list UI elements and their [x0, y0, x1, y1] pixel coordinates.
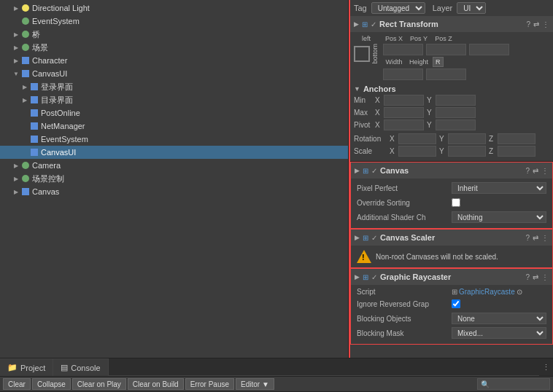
raycaster-settings-icon[interactable]: ⇄: [533, 273, 538, 281]
rot-y-input[interactable]: 0: [448, 133, 486, 144]
raycaster-checkbox[interactable]: ✓: [371, 273, 377, 281]
canvas-title: Canvas: [380, 166, 522, 175]
anchor-min-y-input[interactable]: 0: [436, 95, 476, 106]
anchor-max-y-input[interactable]: 0: [436, 107, 476, 118]
canvas-collapse-arrow[interactable]: ▶: [355, 167, 360, 174]
tree-arrow-eventsystem2[interactable]: [20, 135, 29, 144]
tree-item-login[interactable]: ▶登录界面: [0, 80, 348, 93]
tree-arrow-login[interactable]: ▶: [20, 82, 29, 91]
canvas-checkbox[interactable]: ✓: [371, 167, 377, 175]
blocking-mask-dropdown[interactable]: Mixed...: [452, 327, 546, 339]
tree-item-scene[interactable]: ▶场景: [0, 41, 348, 54]
tag-dropdown[interactable]: Untagged: [371, 2, 425, 14]
canvas-settings-icon[interactable]: ⇄: [533, 167, 538, 175]
rect-transform-collapse-arrow[interactable]: ▶: [354, 20, 359, 28]
help-icon[interactable]: ?: [526, 20, 530, 28]
rot-z-input[interactable]: 0: [498, 133, 535, 144]
tree-item-menu[interactable]: ▶目录界面: [0, 93, 348, 106]
scaler-collapse-arrow[interactable]: ▶: [355, 234, 360, 241]
tree-arrow-canvasui-root[interactable]: ▼: [12, 69, 20, 78]
canvas-help-icon[interactable]: ?: [525, 167, 530, 175]
tree-arrow-event-system[interactable]: [12, 17, 20, 26]
clear-on-build-button[interactable]: Clear on Build: [128, 378, 184, 390]
rect-transform-checkbox[interactable]: ✓: [371, 20, 376, 28]
anchor-pivot-x-input[interactable]: 0: [384, 119, 424, 130]
tree-item-character[interactable]: ▶Character: [0, 54, 348, 67]
pos-x-input[interactable]: 0: [383, 44, 423, 55]
tree-arrow-menu[interactable]: ▶: [20, 95, 29, 104]
tree-item-postonline[interactable]: PostOnline: [0, 106, 348, 119]
clear-on-play-button[interactable]: Clear on Play: [72, 378, 126, 390]
tree-item-canvasui-child[interactable]: CanvasUI: [0, 146, 348, 159]
scaler-checkbox[interactable]: ✓: [371, 234, 377, 242]
tree-arrow-bridge[interactable]: ▶: [12, 30, 20, 39]
collapse-button[interactable]: Collapse: [32, 378, 71, 390]
tree-icon-bridge: [20, 29, 31, 39]
rect-transform-icons: ? ⇄ ⋮: [526, 20, 549, 28]
tree-arrow-scene[interactable]: ▶: [12, 43, 20, 52]
tree-arrow-canvas[interactable]: ▶: [12, 187, 20, 196]
layer-dropdown[interactable]: UI: [457, 2, 486, 14]
tree-item-eventsystem2[interactable]: EventSystem: [0, 133, 348, 146]
pixel-perfect-dropdown[interactable]: Inherit: [452, 182, 546, 194]
raycaster-menu-icon[interactable]: ⋮: [541, 273, 549, 281]
settings-icon[interactable]: ⇄: [533, 20, 539, 28]
anchor-max-x-input[interactable]: 0: [384, 107, 424, 118]
tree-item-bridge[interactable]: ▶桥: [0, 28, 348, 41]
scaler-settings-icon[interactable]: ⇄: [533, 234, 538, 242]
tree-arrow-directional-light[interactable]: ▶: [12, 4, 20, 12]
error-pause-button[interactable]: Error Pause: [185, 378, 234, 390]
scale-z-input[interactable]: 0: [498, 146, 535, 157]
project-tab[interactable]: 📁 Project: [0, 358, 53, 376]
raycaster-collapse-arrow[interactable]: ▶: [355, 273, 360, 281]
options-icon[interactable]: ⋮: [539, 358, 553, 376]
tree-item-canvas[interactable]: ▶Canvas: [0, 185, 348, 198]
pos-z-input[interactable]: 0: [469, 44, 509, 55]
script-link-icon[interactable]: ⊙: [517, 288, 522, 296]
scale-x-input[interactable]: 0: [398, 146, 436, 157]
console-tab[interactable]: ▤ Console: [53, 358, 108, 376]
tree-item-camera[interactable]: ▶Camera: [0, 159, 348, 172]
rot-x-input[interactable]: 0: [398, 133, 436, 144]
scale-y-input[interactable]: 0: [448, 146, 486, 157]
canvas-menu-icon[interactable]: ⋮: [541, 167, 549, 175]
r-button[interactable]: R: [433, 57, 444, 67]
panel-options-icon: ⋮: [542, 363, 550, 372]
raycaster-help-icon[interactable]: ?: [525, 273, 530, 281]
tree-item-directional-light[interactable]: ▶Directional Light: [0, 1, 348, 15]
blocking-mask-label: Blocking Mask: [357, 329, 452, 337]
clear-button[interactable]: Clear: [3, 378, 31, 390]
ignore-reversed-row: Ignore Reversed Grap: [357, 297, 546, 310]
tree-arrow-camera[interactable]: ▶: [12, 161, 20, 170]
editor-button[interactable]: Editor ▼: [236, 378, 274, 390]
tree-item-canvasui-root[interactable]: ▼CanvasUI: [0, 67, 348, 80]
script-name: GraphicRaycaste: [459, 288, 515, 296]
scale-y-letter: Y: [439, 147, 446, 155]
override-sorting-checkbox[interactable]: [452, 198, 460, 207]
tree-arrow-scene-ctrl[interactable]: ▶: [12, 174, 20, 183]
tree-arrow-canvasui-child[interactable]: [20, 148, 29, 157]
console-tab-label: Console: [71, 364, 100, 372]
tag-layer-row: Tag Untagged Layer UI: [350, 0, 553, 16]
ignore-reversed-checkbox[interactable]: [452, 299, 460, 308]
tree-arrow-netmanager[interactable]: [20, 122, 29, 130]
scaler-help-icon[interactable]: ?: [525, 234, 530, 242]
menu-icon[interactable]: ⋮: [542, 20, 549, 28]
width-input[interactable]: 0: [383, 68, 423, 80]
pos-y-input[interactable]: 0: [426, 44, 466, 55]
anchor-pivot-y-input[interactable]: 0: [436, 119, 476, 130]
height-input[interactable]: 0: [426, 68, 466, 80]
canvas-section: ▶ ⊞ ✓ Canvas ? ⇄ ⋮ Pixel Perfect Inherit: [350, 162, 553, 229]
tree-arrow-postonline[interactable]: [20, 109, 29, 117]
anchor-min-x-input[interactable]: 0: [384, 95, 424, 106]
blocking-objects-dropdown[interactable]: None: [452, 313, 546, 324]
script-value: ⊞ GraphicRaycaste ⊙: [452, 288, 522, 296]
anchors-header[interactable]: ▼ Anchors: [354, 83, 549, 95]
tree-item-scene-ctrl[interactable]: ▶场景控制: [0, 172, 348, 185]
shader-dropdown[interactable]: Nothing: [452, 211, 546, 223]
tree-item-netmanager[interactable]: NetManager: [0, 119, 348, 133]
console-search-input[interactable]: [477, 378, 550, 390]
scaler-menu-icon[interactable]: ⋮: [541, 234, 549, 242]
tree-item-event-system[interactable]: EventSystem: [0, 15, 348, 28]
tree-arrow-character[interactable]: ▶: [12, 56, 20, 65]
